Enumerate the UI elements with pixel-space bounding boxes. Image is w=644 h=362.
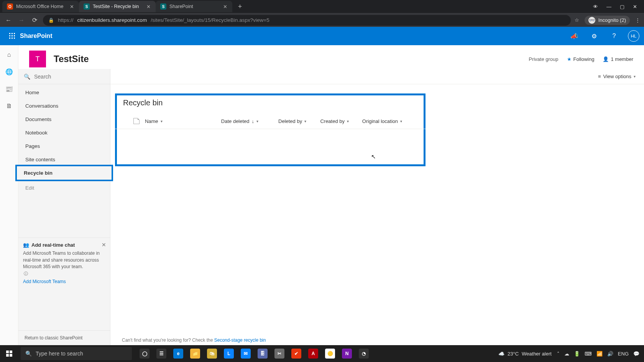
svg-rect-6 xyxy=(9,38,10,39)
new-tab-button[interactable]: + xyxy=(235,1,245,12)
user-avatar[interactable]: HL xyxy=(628,30,639,42)
browser-menu-button[interactable]: ⋮ xyxy=(635,17,640,23)
search-placeholder: Search xyxy=(34,74,51,80)
view-options-button[interactable]: View options xyxy=(603,74,631,79)
close-icon[interactable]: ✕ xyxy=(146,4,151,9)
settings-button[interactable]: ⚙ xyxy=(588,30,600,42)
tray-volume-icon[interactable]: 🔊 xyxy=(607,351,613,357)
taskbar-app[interactable]: A xyxy=(305,345,321,362)
files-icon[interactable]: 🗎 xyxy=(6,103,12,110)
nav-site-contents[interactable]: Site contents xyxy=(18,153,110,166)
svg-rect-11 xyxy=(6,354,9,357)
taskbar-app[interactable]: L xyxy=(221,345,237,362)
taskbar-search[interactable]: 🔍 Type here to search xyxy=(21,347,132,360)
column-headers: Name▾ Date deleted ↓ ▾ Deleted by▾ Creat… xyxy=(115,107,426,129)
col-header-created-by[interactable]: Created by▾ xyxy=(320,118,362,124)
nav-edit[interactable]: Edit xyxy=(18,181,110,195)
address-bar[interactable]: 🔒 https://citizenbuilders.sharepoint.com… xyxy=(43,15,571,26)
window-controls: 👁 — ▢ ✕ xyxy=(593,4,644,10)
tray-language[interactable]: ENG xyxy=(618,351,629,357)
taskbar-app[interactable]: 📁 xyxy=(187,345,203,362)
incognito-icon: 👓 xyxy=(588,17,595,24)
site-logo[interactable]: T xyxy=(29,51,46,67)
tray-chevron-icon[interactable]: ˄ xyxy=(557,351,560,357)
app-launcher-button[interactable] xyxy=(5,27,20,45)
help-button[interactable]: ? xyxy=(608,30,620,42)
site-sidebar: 🔍 Search Home Conversations Documents No… xyxy=(18,69,110,345)
close-window-button[interactable]: ✕ xyxy=(633,4,637,10)
globe-icon[interactable]: 🌐 xyxy=(5,68,13,75)
nav-notebook[interactable]: Notebook xyxy=(18,126,110,139)
taskbar-app[interactable]: 🛍 xyxy=(204,345,220,362)
taskbar-app[interactable]: 🟡 xyxy=(322,345,338,362)
weather-widget[interactable]: ☁️ 23°C Weather alert xyxy=(498,351,552,357)
url-scheme: https:// xyxy=(58,17,74,23)
svg-rect-12 xyxy=(10,354,12,357)
browser-tab-testsite[interactable]: S TestSite - Recycle bin ✕ xyxy=(79,1,156,12)
reload-button[interactable]: ⟳ xyxy=(30,16,39,25)
taskbar-app[interactable]: ◔ xyxy=(356,345,372,362)
favicon-sharepoint: S xyxy=(84,3,90,10)
svg-rect-3 xyxy=(9,35,10,36)
view-options-icon: ≡ xyxy=(598,74,601,79)
forward-button[interactable]: → xyxy=(17,16,26,25)
taskbar-app[interactable]: N xyxy=(339,345,355,362)
main-panel: ≡ View options ▾ Recycle bin Name▾ Date … xyxy=(110,69,644,345)
nav-documents[interactable]: Documents xyxy=(18,113,110,126)
tray-wifi-icon[interactable]: 📶 xyxy=(596,351,603,357)
nav-pages[interactable]: Pages xyxy=(18,139,110,153)
bookmark-button[interactable]: ☆ xyxy=(575,17,579,23)
taskbar-app[interactable]: ✔ xyxy=(288,345,304,362)
nav-recycle-bin[interactable]: Recycle bin xyxy=(17,166,112,180)
promo-link[interactable]: Add Microsoft Teams xyxy=(23,278,66,285)
search-input[interactable]: 🔍 Search xyxy=(18,69,110,84)
taskbar-app[interactable]: ✂ xyxy=(271,345,288,362)
taskbar-app[interactable]: ✉ xyxy=(238,345,254,362)
return-classic-link[interactable]: Return to classic SharePoint xyxy=(18,330,110,345)
taskbar-app[interactable]: ◯ xyxy=(136,345,153,362)
tray-notifications-icon[interactable]: 💬 xyxy=(633,351,639,357)
close-icon[interactable]: ✕ xyxy=(69,4,74,9)
recycle-bin-title: Recycle bin xyxy=(117,95,424,107)
taskbar-app[interactable]: ☰ xyxy=(153,345,169,362)
info-icon[interactable]: ⓘ xyxy=(24,271,28,276)
col-header-date-deleted[interactable]: Date deleted ↓ ▾ xyxy=(221,118,278,124)
close-icon[interactable]: ✕ xyxy=(222,4,228,9)
maximize-button[interactable]: ▢ xyxy=(620,4,624,10)
close-icon[interactable]: ✕ xyxy=(102,241,106,249)
megaphone-icon[interactable]: 📣 xyxy=(568,30,580,42)
suite-header: SharePoint 📣 ⚙ ? HL xyxy=(0,27,644,45)
back-button[interactable]: ← xyxy=(4,16,13,25)
nav-conversations[interactable]: Conversations xyxy=(18,99,110,113)
tray-battery-icon[interactable]: 🔋 xyxy=(574,351,580,357)
minimize-button[interactable]: — xyxy=(606,4,611,10)
news-icon[interactable]: 📰 xyxy=(5,85,13,93)
svg-rect-0 xyxy=(9,33,10,34)
col-header-original-location[interactable]: Original location▾ xyxy=(362,118,419,124)
system-tray: ˄ ☁ 🔋 ⌨ 📶 🔊 ENG 💬 xyxy=(557,351,639,357)
start-button[interactable] xyxy=(0,345,18,362)
weather-temp: 23°C xyxy=(508,351,519,357)
svg-rect-2 xyxy=(14,33,15,34)
members-button[interactable]: 👤 1 member xyxy=(603,56,633,62)
site-header: T TestSite Private group ★ Following 👤 1… xyxy=(18,45,644,69)
follow-button[interactable]: ★ Following xyxy=(567,56,595,62)
col-header-deleted-by[interactable]: Deleted by▾ xyxy=(278,118,320,124)
browser-tab-sharepoint[interactable]: S SharePoint ✕ xyxy=(156,1,232,12)
taskbar-app[interactable]: 🗄 xyxy=(255,345,271,362)
browser-tab-office[interactable]: O Microsoft Office Home ✕ xyxy=(2,1,79,12)
teams-icon: 👥 xyxy=(23,242,29,249)
incognito-badge[interactable]: 👓 Incognito (2) xyxy=(585,16,630,25)
tray-cloud-icon[interactable]: ☁ xyxy=(564,351,569,357)
home-icon[interactable]: ⌂ xyxy=(7,51,11,58)
second-stage-hint: Can't find what you're looking for? Chec… xyxy=(122,337,266,343)
col-header-name[interactable]: Name▾ xyxy=(145,118,221,124)
second-stage-link[interactable]: Second-stage recycle bin xyxy=(214,337,266,343)
address-row: ← → ⟳ 🔒 https://citizenbuilders.sharepoi… xyxy=(0,13,644,27)
nav-home[interactable]: Home xyxy=(18,86,110,99)
taskbar-app[interactable]: e xyxy=(170,345,186,362)
svg-rect-5 xyxy=(14,35,15,36)
tab-title: SharePoint xyxy=(169,4,219,9)
tray-keyboard-icon[interactable]: ⌨ xyxy=(585,351,592,357)
svg-rect-1 xyxy=(12,33,13,34)
